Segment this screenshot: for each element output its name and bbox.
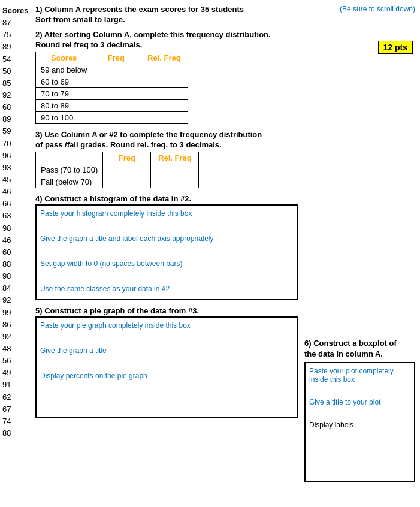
question-6-col: 6) Construct a boxplot of the data in co… [304,194,415,482]
score-value: 60 [2,246,33,258]
q2-text: 2) After sorting Column A, complete this… [35,30,415,39]
row-freq [103,164,151,176]
score-value: 45 [2,174,33,186]
score-value: 74 [2,415,33,427]
row-relfreq [140,76,188,88]
questions-4-6-row: 4) Construct a histogram of the data in … [35,194,415,482]
score-value: 92 [2,294,33,306]
row-freq [92,100,140,112]
histogram-line-3: Set gap width to 0 (no spaces between ba… [40,259,294,268]
scroll-note: (Be sure to scroll down) [340,5,415,13]
score-value: 98 [2,222,33,234]
frequency-table: Scores Freq Rel. Freq 59 and below 60 to… [35,52,188,124]
question-4: 4) Construct a histogram of the data in … [35,194,298,300]
score-value: 46 [2,186,33,198]
q6-header-line1: 6) Construct a boxplot of [304,339,397,348]
row-relfreq [140,64,188,76]
pie-line-3: Display percents on the pie graph [40,372,294,380]
score-value: 89 [2,113,33,125]
boxplot-box[interactable]: Paste your plot completely inside this b… [304,362,415,482]
table-row: Fail (below 70) [36,176,199,188]
boxplot-line-3: Display labels [309,421,410,429]
question-2: 2) After sorting Column A, complete this… [35,30,415,124]
score-value: 86 [2,319,33,331]
score-value: 63 [2,210,33,222]
col-header-freq: Freq [103,152,151,164]
row-label: 70 to 79 [36,88,92,100]
pie-graph-box[interactable]: Paste your pie graph completely inside t… [35,316,298,418]
histogram-line-4: Use the same classes as your data in #2 [40,285,294,293]
row-freq [92,76,140,88]
score-value: 84 [2,282,33,294]
score-value: 70 [2,138,33,150]
pie-line-1: Paste your pie graph completely inside t… [40,321,294,330]
score-value: 99 [2,307,33,319]
question-4-col: 4) Construct a histogram of the data in … [35,194,298,482]
score-value: 75 [2,29,33,41]
score-value: 49 [2,367,33,379]
pie-line-2: Give the graph a title [40,346,294,355]
question-6: 6) Construct a boxplot of the data in co… [304,338,415,482]
boxplot-line-2: Give a title to your plot [309,398,410,406]
histogram-line-1: Paste your histogram completely inside t… [40,209,294,218]
score-value: 67 [2,403,33,415]
question-3: 3) Use Column A or #2 to complete the fr… [35,130,415,188]
col-header-relfreq: Rel. Freq [151,152,199,164]
col-header-scores: Scores [36,52,92,64]
row-label: 60 to 69 [36,76,92,88]
score-value: 62 [2,391,33,403]
table-row: 70 to 79 [36,88,188,100]
score-value: 56 [2,355,33,367]
q6-header-line2: the data in column A. [304,349,383,358]
score-value: 98 [2,270,33,282]
table-row: Pass (70 to 100) [36,164,199,176]
score-value: 88 [2,258,33,270]
histogram-box[interactable]: Paste your histogram completely inside t… [35,204,298,300]
question-5: 5) Construct a pie graph of the data fro… [35,306,298,418]
score-value: 88 [2,427,33,439]
histogram-line-2: Give the graph a title and label each ax… [40,234,294,243]
q2-round: Round rel freq to 3 decimals. [35,40,415,49]
row-freq [103,176,151,188]
row-relfreq [151,164,199,176]
score-value: 92 [2,331,33,343]
score-value: 68 [2,101,33,113]
q6-header: 6) Construct a boxplot of the data in co… [304,338,415,360]
q1-sort: Sort from small to large. [35,15,415,24]
row-label: 90 to 100 [36,112,92,124]
boxplot-line-1: Paste your plot completely inside this b… [309,367,410,384]
row-relfreq [140,88,188,100]
q4-label: 4) Construct a histogram of the data in … [35,194,298,203]
score-value: 59 [2,125,33,137]
score-value: 92 [2,89,33,101]
score-value: 96 [2,150,33,162]
q5-label: 5) Construct a pie graph of the data fro… [35,306,298,315]
score-value: 50 [2,65,33,77]
score-value: 54 [2,53,33,65]
row-freq [92,112,140,124]
q3-text1: 3) Use Column A or #2 to complete the fr… [35,130,415,139]
score-value: 91 [2,379,33,391]
col-header-relfreq: Rel. Freq [140,52,188,64]
scores-header: Scores [2,5,33,17]
score-value: 87 [2,17,33,29]
row-label: Pass (70 to 100) [36,164,103,176]
row-relfreq [140,100,188,112]
score-value: 89 [2,41,33,53]
row-relfreq [140,112,188,124]
table-row: 60 to 69 [36,76,188,88]
score-value: 66 [2,198,33,210]
table-row: 59 and below [36,64,188,76]
table-row: 90 to 100 [36,112,188,124]
row-freq [92,88,140,100]
col-header-empty [36,152,103,164]
row-label: Fail (below 70) [36,176,103,188]
row-freq [92,64,140,76]
col-header-freq: Freq [92,52,140,64]
score-value: 46 [2,234,33,246]
row-relfreq [151,176,199,188]
table-row: 80 to 89 [36,100,188,112]
score-value: 85 [2,77,33,89]
pts-badge: 12 pts [378,41,413,54]
pass-fail-table: Freq Rel. Freq Pass (70 to 100) Fail (be… [35,152,199,188]
